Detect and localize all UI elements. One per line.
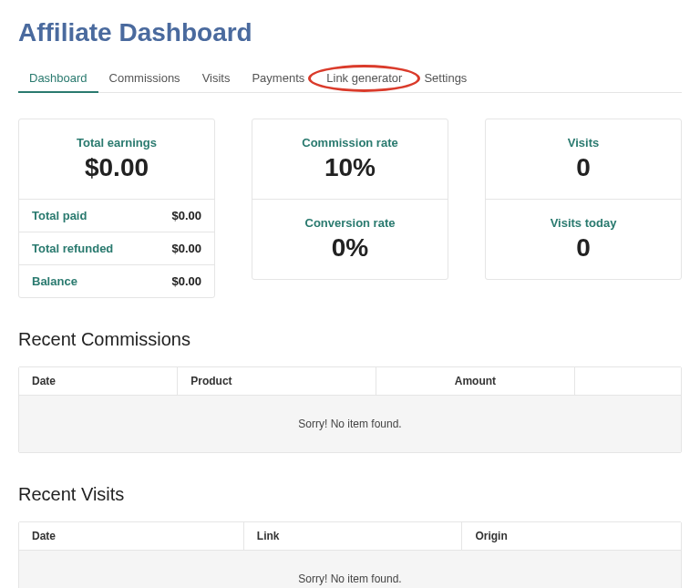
tab-settings[interactable]: Settings xyxy=(413,64,478,92)
visits-empty-message: Sorry! No item found. xyxy=(19,550,681,588)
col-link: Link xyxy=(244,522,463,550)
balance-label: Balance xyxy=(32,274,77,288)
conversion-rate-value: 0% xyxy=(262,233,438,263)
visits-today-value: 0 xyxy=(495,233,672,263)
tab-commissions[interactable]: Commissions xyxy=(98,64,191,92)
col-amount: Amount xyxy=(376,367,575,395)
col-product: Product xyxy=(178,367,376,395)
tab-dashboard[interactable]: Dashboard xyxy=(18,64,98,92)
row-total-refunded: Total refunded $0.00 xyxy=(19,232,214,264)
tab-payments[interactable]: Payments xyxy=(241,64,315,92)
section-title-commissions: Recent Commissions xyxy=(18,329,682,350)
col-actions xyxy=(575,367,681,395)
commission-rate-value: 10% xyxy=(262,153,438,182)
visits-value: 0 xyxy=(495,153,672,182)
row-balance: Balance $0.00 xyxy=(19,264,214,297)
tab-link-generator[interactable]: Link generator xyxy=(315,64,413,92)
balance-value: $0.00 xyxy=(171,274,201,288)
total-paid-label: Total paid xyxy=(32,209,87,222)
tab-visits[interactable]: Visits xyxy=(191,64,242,92)
total-refunded-value: $0.00 xyxy=(171,242,201,255)
total-refunded-label: Total refunded xyxy=(32,242,113,255)
col-origin: Origin xyxy=(462,522,681,550)
card-earnings: Total earnings $0.00 Total paid $0.00 To… xyxy=(18,119,215,298)
col-date: Date xyxy=(19,367,178,395)
visits-today-label: Visits today xyxy=(495,216,672,230)
total-earnings-value: $0.00 xyxy=(28,153,205,182)
total-paid-value: $0.00 xyxy=(171,209,201,222)
row-total-paid: Total paid $0.00 xyxy=(19,199,214,232)
total-earnings-label: Total earnings xyxy=(28,136,205,150)
conversion-rate-label: Conversion rate xyxy=(262,216,438,230)
commissions-empty-message: Sorry! No item found. xyxy=(19,395,681,452)
card-visits: Visits 0 Visits today 0 xyxy=(485,119,682,280)
visits-label: Visits xyxy=(495,136,672,150)
table-recent-commissions: Date Product Amount Sorry! No item found… xyxy=(18,366,682,453)
col-date: Date xyxy=(19,522,244,550)
card-rates: Commission rate 10% Conversion rate 0% xyxy=(252,119,448,280)
commission-rate-label: Commission rate xyxy=(262,136,438,150)
page-title: Affiliate Dashboard xyxy=(18,18,682,47)
table-recent-visits: Date Link Origin Sorry! No item found. xyxy=(18,521,682,588)
tab-bar: Dashboard Commissions Visits Payments Li… xyxy=(18,64,682,93)
section-title-visits: Recent Visits xyxy=(18,484,682,505)
